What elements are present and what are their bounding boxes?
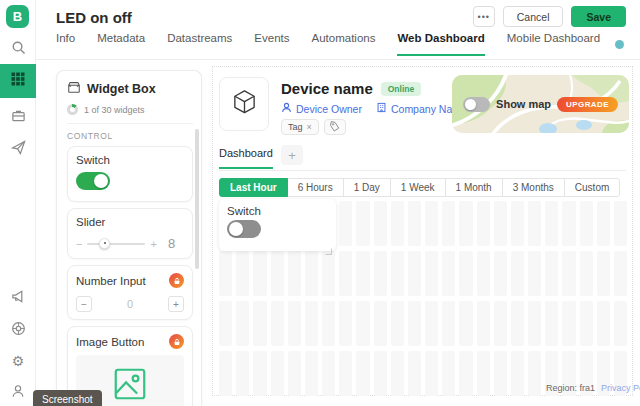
tab-automations[interactable]: Automations [312,32,376,56]
map-preview: Show map UPGRADE [452,75,629,133]
time-range-button[interactable]: 3 Months [502,178,565,197]
grid-cell [597,251,610,296]
widget-card-switch[interactable]: Switch [67,146,193,202]
grid-cell [391,251,404,296]
show-map-toggle[interactable] [463,97,490,112]
grid-cell [236,251,249,296]
briefcase-icon [11,108,26,127]
grid-cell [614,201,627,246]
dashboard-tabs-bar: Dashboard + [219,145,626,171]
grid-cell [528,351,541,396]
grid-cell [391,201,404,246]
grid-cell [219,251,232,296]
sidebar-item-devices[interactable] [0,64,36,98]
header-actions: ••• Cancel Save [473,6,626,27]
canvas-switch-widget[interactable]: Switch [219,199,336,251]
grid-cell [322,301,335,346]
slider-minus: − [76,238,82,250]
building-icon [376,102,387,115]
grid-cell [562,301,575,346]
grid-cell [511,251,524,296]
grid-cell [442,251,455,296]
sidebar-item-organization[interactable] [0,102,36,132]
more-options-button[interactable]: ••• [473,6,495,27]
device-tags-row: Tag × [281,119,346,135]
grid-cell [580,201,593,246]
tag-chip[interactable]: Tag × [281,119,319,135]
grid-cell [511,351,524,396]
add-dashboard-tab-button[interactable]: + [281,145,303,165]
switch-toggle-on[interactable] [76,172,110,190]
widget-box-header: Widget Box [67,80,193,98]
time-range-button[interactable]: Last Hour [219,178,288,197]
lock-badge-icon [169,334,184,349]
sidebar-item-search[interactable] [0,34,36,64]
stepper-minus-button[interactable]: − [76,296,92,312]
save-button[interactable]: Save [571,6,626,27]
grid-cell [562,201,575,246]
widget-label: Switch [76,154,184,166]
tag-chip-label: Tag [288,122,303,132]
slider-track[interactable] [87,243,145,245]
sidebar-item-announcements[interactable] [0,283,36,313]
image-icon [111,365,149,406]
time-range-button[interactable]: 1 Day [343,178,391,197]
cube-icon [231,88,258,121]
time-range-button[interactable]: Custom [564,178,620,197]
slider-knob[interactable] [99,238,110,249]
grid-icon [11,72,25,90]
cancel-button[interactable]: Cancel [503,6,564,27]
grid-cell [271,351,284,396]
grid-cell [459,351,472,396]
grid-cell [288,351,301,396]
grid-cell [494,301,507,346]
sidebar-item-notifications[interactable] [0,134,36,164]
sidebar-item-support[interactable] [0,315,36,345]
tab-mobile-dashboard[interactable]: Mobile Dashboard [507,32,600,56]
widget-card-slider[interactable]: Slider − + 8 [67,208,193,259]
stepper-plus-button[interactable]: + [168,296,184,312]
tab-events[interactable]: Events [254,32,289,56]
usage-progress-icon [67,104,78,115]
grid-cell [614,301,627,346]
time-range-button[interactable]: 1 Week [390,178,446,197]
control-section-label: CONTROL [67,131,193,141]
device-owner-link[interactable]: Device Owner [281,102,362,115]
privacy-link[interactable]: Privacy Pol [601,383,640,393]
lock-badge-icon [169,273,184,288]
grid-cell [425,351,438,396]
dashboard-tab[interactable]: Dashboard [219,147,273,169]
grid-cell [442,351,455,396]
panel-scrollbar[interactable] [195,129,199,269]
upgrade-badge[interactable]: UPGRADE [557,97,618,112]
sidebar-item-profile[interactable] [0,378,36,406]
status-badge: Online [381,82,421,96]
canvas-switch-toggle[interactable] [227,220,261,238]
device-title-row: Device name Online [281,80,421,97]
grid-cell [459,201,472,246]
widget-card-number-input[interactable]: Number Input − 0 + [67,265,193,320]
time-range-button[interactable]: 1 Month [445,178,503,197]
grid-cell [253,251,266,296]
blynk-logo[interactable]: B [6,5,29,28]
grid-cell [339,201,352,246]
grid-cell [545,201,558,246]
sidebar-item-settings[interactable]: ⚙ [0,346,36,376]
tab-datastreams[interactable]: Datastreams [167,32,232,56]
remove-tag-icon[interactable]: × [307,122,312,132]
grid-cell [356,201,369,246]
grid-cell [374,201,387,246]
tab-web-dashboard[interactable]: Web Dashboard [397,32,484,56]
info-dot-icon[interactable] [615,40,624,49]
page-header: LED on off ••• Cancel Save Info Metadata… [36,0,640,60]
grid-cell [494,251,507,296]
grid-cell [494,351,507,396]
tab-info[interactable]: Info [56,32,75,56]
add-tag-button[interactable] [324,119,346,135]
tab-metadata[interactable]: Metadata [97,32,145,56]
grid-cell [236,301,249,346]
time-range-button[interactable]: 6 Hours [287,178,344,197]
resize-handle[interactable] [325,241,332,248]
widget-box-icon [67,80,81,98]
toggle-knob [94,174,108,188]
